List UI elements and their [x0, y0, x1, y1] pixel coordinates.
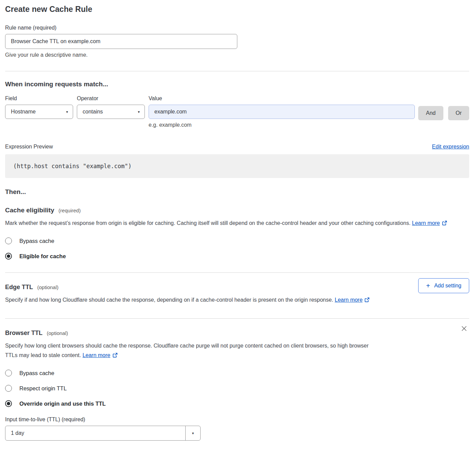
radio-override-origin-ttl[interactable]: Override origin and use this TTL: [5, 400, 469, 407]
close-icon: [460, 328, 468, 333]
chevron-down-icon: ▾: [66, 110, 68, 114]
value-help: e.g. example.com: [149, 122, 415, 128]
remove-browser-ttl-button[interactable]: [459, 323, 469, 335]
learn-more-label: Learn more: [83, 352, 111, 358]
radio-selected-icon: [5, 253, 12, 260]
external-link-icon: [364, 296, 370, 305]
value-label: Value: [149, 95, 415, 102]
edge-ttl-heading: Edge TTL: [5, 284, 33, 290]
ttl-select[interactable]: 1 day ▾: [5, 426, 201, 441]
operator-select[interactable]: contains ▾: [77, 105, 145, 119]
cache-eligibility-description-text: Mark whether the request’s response from…: [5, 220, 410, 226]
plus-icon: +: [426, 282, 430, 289]
or-button[interactable]: Or: [448, 106, 469, 120]
rule-name-section: Rule name (required) Give your rule a de…: [5, 25, 469, 58]
expression-preview-row: Expression Preview Edit expression: [5, 144, 469, 150]
radio-label: Bypass cache: [19, 370, 54, 376]
edge-ttl-description: Specify if and how long Cloudflare shoul…: [5, 295, 377, 305]
expression-preview-label: Expression Preview: [5, 144, 53, 150]
browser-ttl-requirement: (optional): [47, 330, 68, 336]
add-setting-label: Add setting: [434, 283, 461, 289]
rule-name-help: Give your rule a descriptive name.: [5, 52, 469, 58]
edge-ttl-learn-more-link[interactable]: Learn more: [335, 297, 370, 303]
value-input[interactable]: [149, 105, 415, 119]
radio-label: Respect origin TTL: [19, 385, 67, 392]
operator-select-value: contains: [83, 109, 103, 115]
radio-bypass-cache[interactable]: Bypass cache: [5, 237, 469, 244]
radio-label: Bypass cache: [19, 238, 54, 244]
chevron-down-icon: ▾: [138, 110, 140, 114]
add-setting-button[interactable]: + Add setting: [418, 278, 469, 293]
radio-respect-origin-ttl[interactable]: Respect origin TTL: [5, 385, 469, 392]
and-button[interactable]: And: [418, 106, 443, 120]
browser-ttl-heading-row: Browser TTL (optional): [5, 330, 459, 337]
page-title: Create new Cache Rule: [5, 5, 469, 14]
cache-eligibility-heading-row: Cache eligibility (required): [5, 207, 469, 214]
edge-ttl-heading-row: Edge TTL (optional): [5, 284, 418, 291]
rule-name-label: Rule name (required): [5, 25, 469, 31]
then-heading: Then...: [5, 188, 469, 196]
radio-icon: [5, 237, 12, 244]
external-link-icon: [442, 219, 447, 229]
browser-ttl-options: Bypass cache Respect origin TTL Override…: [5, 370, 469, 407]
match-heading: When incoming requests match...: [5, 81, 469, 88]
learn-more-label: Learn more: [335, 297, 363, 303]
browser-ttl-section: Browser TTL (optional) Specify how long …: [5, 319, 469, 361]
browser-ttl-description: Specify how long client browsers should …: [5, 341, 377, 361]
external-link-icon: [113, 351, 118, 361]
edge-ttl-description-text: Specify if and how long Cloudflare shoul…: [5, 297, 333, 303]
cache-eligibility-learn-more-link[interactable]: Learn more: [412, 220, 447, 226]
chevron-down-icon: ▾: [185, 426, 200, 440]
ttl-select-value: 1 day: [5, 426, 185, 440]
edge-ttl-section: Edge TTL (optional) Specify if and how l…: [5, 273, 469, 305]
edit-expression-link[interactable]: Edit expression: [432, 144, 469, 150]
browser-ttl-heading: Browser TTL: [5, 330, 42, 336]
operator-label: Operator: [77, 95, 145, 102]
learn-more-label: Learn more: [412, 220, 440, 226]
browser-ttl-learn-more-link[interactable]: Learn more: [83, 352, 118, 358]
rule-name-input[interactable]: [5, 34, 237, 49]
field-select[interactable]: Hostname ▾: [5, 105, 73, 119]
divider: [5, 71, 469, 71]
expression-code: (http.host contains "example.com"): [5, 154, 469, 178]
cache-eligibility-heading: Cache eligibility: [5, 207, 54, 214]
cache-eligibility-requirement: (required): [58, 208, 81, 213]
match-builder-row: Field Hostname ▾ Operator contains ▾ Val…: [5, 95, 469, 128]
edge-ttl-requirement: (optional): [37, 284, 58, 290]
ttl-input-label: Input time-to-live (TTL) (required): [5, 417, 469, 423]
radio-label: Eligible for cache: [19, 253, 66, 260]
browser-ttl-description-text: Specify how long client browsers should …: [5, 343, 369, 358]
field-label: Field: [5, 95, 73, 102]
radio-icon: [5, 385, 12, 392]
radio-selected-icon: [5, 400, 12, 407]
radio-eligible-for-cache[interactable]: Eligible for cache: [5, 253, 469, 260]
cache-eligibility-description: Mark whether the request’s response from…: [5, 218, 463, 229]
cache-eligibility-options: Bypass cache Eligible for cache: [5, 237, 469, 260]
radio-bypass-cache[interactable]: Bypass cache: [5, 370, 469, 376]
field-select-value: Hostname: [11, 109, 36, 115]
radio-icon: [5, 370, 12, 376]
radio-label: Override origin and use this TTL: [19, 401, 106, 407]
